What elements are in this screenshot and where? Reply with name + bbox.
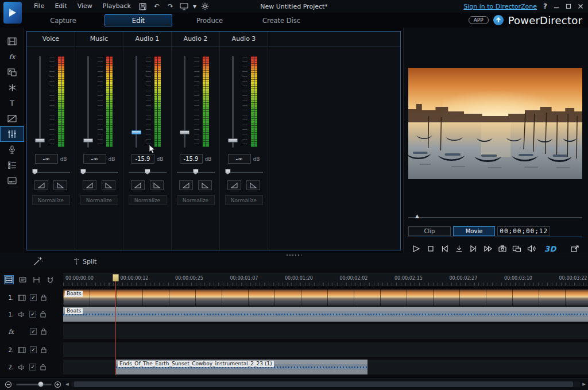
gain-value[interactable]: -∞ (35, 154, 58, 164)
gain-value[interactable]: -15.9 (180, 154, 203, 164)
lock-icon[interactable] (41, 294, 47, 301)
fader-handle[interactable] (180, 130, 189, 134)
scroll-right-icon[interactable]: ▶ (580, 380, 588, 389)
normalize-button[interactable]: Normalize (177, 195, 215, 205)
sidebar-item-particle-room[interactable] (0, 80, 24, 95)
fast-forward-button[interactable] (482, 244, 493, 253)
tab-movie[interactable]: Movie (453, 226, 496, 236)
sidebar-item-media-room[interactable] (0, 33, 24, 49)
video-track-2[interactable] (63, 342, 588, 357)
3d-toggle-button[interactable]: 3D (544, 245, 556, 253)
pan-handle[interactable] (225, 169, 231, 175)
timeline-zoom-slider[interactable] (16, 384, 52, 385)
pan-handle[interactable] (193, 169, 199, 175)
next-frame-button[interactable] (468, 244, 479, 253)
maximize-icon[interactable] (566, 3, 571, 9)
audio-clip-boats[interactable]: Boats (63, 307, 588, 322)
tab-clip[interactable]: Clip (408, 226, 451, 236)
pan-slider[interactable] (80, 169, 118, 175)
scrollbar-thumb[interactable] (74, 381, 573, 387)
minimize-icon[interactable] (554, 3, 559, 9)
menu-edit[interactable]: Edit (49, 0, 72, 13)
zoom-slider-handle[interactable] (38, 381, 44, 387)
tab-edit[interactable]: Edit (105, 14, 172, 26)
range-select-icon[interactable] (32, 275, 41, 284)
audio-clip-instrumental[interactable]: Ends_Of_The_Earth_Sunset_Cowboy_instrume… (116, 360, 368, 374)
preview-display-icon[interactable] (178, 1, 191, 11)
capture-thumbnail-button[interactable] (454, 244, 465, 253)
upgrade-icon[interactable] (493, 15, 504, 25)
sidebar-item-effect-room[interactable]: fx (0, 49, 24, 64)
fader-handle[interactable] (131, 130, 141, 134)
undo-icon[interactable]: ↶ (150, 1, 163, 11)
timeline-ruler[interactable]: 00;00;00;00 00;00;00;12 00;00;00;25 00;0… (63, 273, 588, 286)
stop-button[interactable] (425, 244, 436, 253)
pan-handle[interactable] (80, 169, 86, 175)
chevron-down-icon[interactable]: ▾ (192, 1, 198, 11)
fader-handle[interactable] (35, 138, 45, 142)
previous-frame-button[interactable] (439, 244, 450, 253)
save-project-icon[interactable] (137, 1, 149, 11)
tab-produce[interactable]: Produce (184, 14, 235, 26)
scroll-left-icon[interactable]: ◀ (63, 380, 71, 389)
gain-value[interactable]: -15.9 (131, 154, 154, 164)
fade-in-button[interactable] (131, 180, 145, 190)
lock-icon[interactable] (41, 346, 47, 353)
sidebar-item-voice-over-room[interactable] (0, 142, 24, 157)
fx-track[interactable] (63, 324, 588, 339)
pan-handle[interactable] (145, 169, 150, 175)
menu-playback[interactable]: Playback (98, 0, 136, 13)
snapshot-button[interactable] (497, 244, 508, 253)
play-button[interactable] (411, 244, 421, 253)
scrollbar-track[interactable] (71, 381, 580, 387)
track-enable-checkbox[interactable]: ✓ (29, 364, 36, 370)
undock-preview-button[interactable] (569, 244, 580, 253)
split-button[interactable]: Split (74, 253, 96, 269)
playhead-line[interactable] (115, 274, 116, 375)
video-clip-boats[interactable]: Boats (63, 289, 588, 306)
track-enable-checkbox[interactable]: ✓ (30, 294, 37, 301)
lock-icon[interactable] (40, 364, 46, 370)
sidebar-item-pip-objects-room[interactable] (0, 64, 24, 80)
settings-gear-icon[interactable] (199, 1, 211, 11)
fade-out-button[interactable] (53, 180, 67, 190)
fade-out-button[interactable] (150, 180, 164, 190)
preview-seek-bar[interactable]: ▲ (408, 213, 582, 221)
sidebar-item-transition-room[interactable] (0, 111, 24, 126)
track-enable-checkbox[interactable]: ✓ (30, 328, 37, 335)
normalize-button[interactable]: Normalize (80, 195, 118, 205)
snap-icon[interactable] (45, 275, 55, 284)
pan-slider[interactable] (177, 169, 215, 175)
pan-slider[interactable] (225, 169, 263, 175)
fade-in-button[interactable] (227, 180, 241, 190)
help-icon[interactable]: ? (543, 2, 547, 10)
menu-view[interactable]: View (72, 0, 98, 13)
fade-in-button[interactable] (179, 180, 193, 190)
audio-track-1[interactable]: Boats (63, 307, 588, 322)
fade-out-button[interactable] (198, 180, 212, 190)
track-manager-icon[interactable] (4, 275, 14, 284)
timecode-display[interactable]: 00;00;00;12 (497, 226, 550, 236)
redo-icon[interactable]: ↷ (164, 1, 177, 11)
menu-file[interactable]: File (29, 0, 49, 13)
pan-slider[interactable] (129, 169, 167, 175)
volume-button[interactable] (525, 244, 536, 253)
zoom-in-icon[interactable] (54, 381, 61, 388)
sidebar-item-audio-mixing-room[interactable] (0, 126, 24, 142)
audio-track-2[interactable]: Ends_Of_The_Earth_Sunset_Cowboy_instrume… (63, 360, 588, 374)
fade-out-button[interactable] (246, 180, 260, 190)
lock-icon[interactable] (41, 328, 47, 335)
tab-capture[interactable]: Capture (37, 14, 89, 26)
preview-window-button[interactable] (511, 244, 522, 253)
video-track-1[interactable]: Boats (63, 289, 588, 306)
close-icon[interactable] (578, 3, 583, 9)
fader-handle[interactable] (228, 138, 238, 142)
zoom-out-icon[interactable] (5, 381, 12, 388)
normalize-button[interactable]: Normalize (129, 195, 167, 205)
playhead-marker[interactable] (113, 274, 119, 281)
signin-directorzone-link[interactable]: Sign in to DirectorZone (463, 3, 537, 10)
normalize-button[interactable]: Normalize (32, 195, 70, 205)
magic-tools-icon[interactable] (33, 256, 43, 266)
gain-value[interactable]: -∞ (228, 154, 251, 164)
tab-create-disc[interactable]: Create Disc (252, 14, 311, 26)
